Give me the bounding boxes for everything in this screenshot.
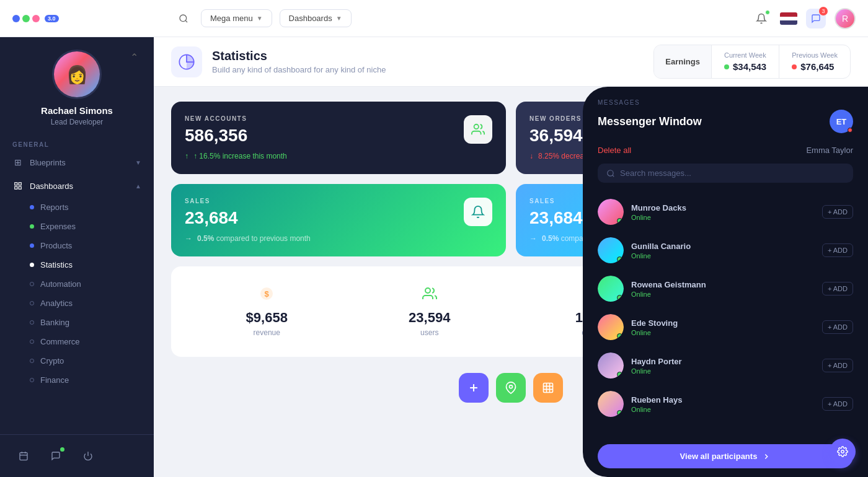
dot-indicator bbox=[30, 224, 34, 229]
delete-all-button[interactable]: Delete all bbox=[598, 146, 631, 155]
stat-value: 23,684 bbox=[529, 208, 583, 228]
svg-point-14 bbox=[425, 288, 430, 293]
stat-label: SALES bbox=[529, 198, 583, 204]
table-button[interactable] bbox=[533, 373, 563, 403]
language-flag[interactable] bbox=[780, 12, 797, 25]
user-avatar-header[interactable]: R bbox=[835, 8, 856, 29]
power-button[interactable] bbox=[77, 445, 99, 467]
header-left: 3.0 Mega menu ▼ Dashboards ▼ bbox=[12, 9, 751, 28]
list-item[interactable]: Ede Stoving Online + ADD bbox=[583, 308, 868, 346]
dot-indicator bbox=[30, 320, 34, 325]
dot-indicator bbox=[30, 339, 34, 344]
chevron-down-icon: ▼ bbox=[336, 15, 342, 22]
svg-rect-24 bbox=[544, 383, 553, 393]
add-contact-button[interactable]: + ADD bbox=[822, 359, 853, 372]
contact-name: Rueben Hays bbox=[631, 395, 815, 405]
contact-info: Munroe Dacks Online bbox=[631, 203, 815, 221]
contact-status: Online bbox=[631, 252, 815, 260]
online-indicator bbox=[617, 333, 622, 339]
sidebar-item-dashboards[interactable]: Dashboards ▲ bbox=[0, 174, 154, 198]
page-subtitle: Build any kind of dashboard for any kind… bbox=[212, 65, 653, 74]
dot-indicator bbox=[30, 263, 34, 267]
dot-indicator bbox=[30, 359, 34, 363]
dashboards-icon bbox=[12, 180, 24, 191]
sidebar-bottom bbox=[0, 434, 154, 477]
notifications-button[interactable] bbox=[751, 9, 771, 28]
messenger-user-avatar[interactable]: ET bbox=[830, 110, 853, 133]
chat-notification-count: 3 bbox=[819, 7, 828, 15]
sidebar-item-statistics[interactable]: Statistics bbox=[0, 255, 154, 274]
location-button[interactable] bbox=[496, 373, 526, 403]
top-header: 3.0 Mega menu ▼ Dashboards ▼ 3 R bbox=[0, 0, 868, 37]
revenue-icon: $ bbox=[259, 286, 274, 305]
sidebar-item-analytics[interactable]: Analytics bbox=[0, 294, 154, 313]
main-layout: 👩 ⌃ Rachael Simons Lead Developer GENERA… bbox=[0, 37, 868, 477]
sidebar-item-blueprints[interactable]: ⊞ Blueprints ▼ bbox=[0, 151, 154, 174]
profile-expand-button[interactable]: ⌃ bbox=[126, 50, 141, 64]
sidebar-item-label: Automation bbox=[40, 279, 81, 289]
messenger-search-area bbox=[583, 160, 868, 190]
search-button[interactable] bbox=[174, 9, 193, 28]
list-item[interactable]: Rowena Geistmann Online + ADD bbox=[583, 269, 868, 308]
stat-change: ↑↑ 16.5% increase this month bbox=[185, 152, 492, 160]
calendar-button[interactable] bbox=[12, 445, 35, 467]
main-content: NEW ACCOUNTS 586,356 ↑↑ 16.5% increase t… bbox=[154, 87, 868, 477]
sidebar-item-finance[interactable]: Finance bbox=[0, 370, 154, 390]
mega-menu-button[interactable]: Mega menu ▼ bbox=[201, 9, 272, 27]
messages-button[interactable] bbox=[45, 445, 67, 467]
add-contact-button[interactable]: + ADD bbox=[822, 320, 853, 334]
page-header: Statistics Build any kind of dashboard f… bbox=[154, 37, 868, 87]
svg-rect-2 bbox=[19, 183, 21, 185]
dashboards-submenu: Reports Expenses Products Statistics Aut… bbox=[0, 198, 154, 390]
contact-status: Online bbox=[631, 291, 815, 298]
messenger-contact-list: Munroe Dacks Online + ADD Gunilla Canari… bbox=[583, 190, 868, 435]
stat-value: 586,356 bbox=[185, 126, 247, 146]
list-item[interactable]: Haydn Porter Online + ADD bbox=[583, 346, 868, 385]
add-button[interactable] bbox=[459, 373, 489, 403]
stat-icon-box bbox=[464, 198, 492, 226]
settings-fab-button[interactable] bbox=[830, 439, 856, 465]
svg-point-0 bbox=[180, 15, 187, 22]
add-contact-button[interactable]: + ADD bbox=[822, 205, 853, 219]
add-contact-button[interactable]: + ADD bbox=[822, 243, 853, 257]
contact-name: Gunilla Canario bbox=[631, 242, 815, 251]
contact-status: Online bbox=[631, 367, 815, 375]
sidebar-item-products[interactable]: Products bbox=[0, 236, 154, 255]
red-dot bbox=[792, 64, 797, 69]
sidebar-item-crypto[interactable]: Crypto bbox=[0, 351, 154, 370]
list-item[interactable]: Gunilla Canario Online + ADD bbox=[583, 231, 868, 269]
messages-search-input[interactable] bbox=[620, 168, 844, 178]
contact-status: Online bbox=[631, 329, 815, 336]
messages-label: MESSAGES bbox=[598, 99, 853, 106]
svg-point-11 bbox=[474, 125, 479, 129]
sidebar-item-expenses[interactable]: Expenses bbox=[0, 217, 154, 236]
contact-info: Rueben Hays Online bbox=[631, 395, 815, 413]
list-item[interactable]: Rueben Hays Online + ADD bbox=[583, 385, 868, 423]
contact-name: Haydn Porter bbox=[631, 357, 815, 366]
app-version: 3.0 bbox=[45, 15, 59, 22]
sidebar-item-automation[interactable]: Automation bbox=[0, 274, 154, 294]
online-indicator bbox=[617, 256, 622, 262]
sidebar-item-reports[interactable]: Reports bbox=[0, 198, 154, 217]
sidebar-item-label: Reports bbox=[40, 203, 69, 212]
add-contact-button[interactable]: + ADD bbox=[822, 397, 853, 411]
sidebar-item-label: Banking bbox=[40, 318, 69, 327]
sidebar-item-commerce[interactable]: Commerce bbox=[0, 332, 154, 351]
current-week-value: $34,543 bbox=[733, 61, 766, 72]
add-contact-button[interactable]: + ADD bbox=[822, 282, 853, 295]
sidebar-item-label: Crypto bbox=[40, 356, 64, 365]
notification-dot bbox=[765, 10, 770, 15]
svg-rect-5 bbox=[20, 453, 27, 460]
sidebar-item-label: Analytics bbox=[40, 299, 73, 308]
previous-week-value: $76,645 bbox=[800, 61, 834, 72]
sidebar-item-banking[interactable]: Banking bbox=[0, 313, 154, 332]
list-item[interactable]: Munroe Dacks Online + ADD bbox=[583, 193, 868, 231]
stat-value: 36,594 bbox=[529, 126, 583, 146]
sidebar-item-label: Products bbox=[40, 241, 72, 250]
sidebar-item-label: Dashboards bbox=[30, 182, 129, 191]
contact-name: Ede Stoving bbox=[631, 318, 815, 328]
svg-rect-4 bbox=[19, 186, 21, 189]
view-all-button[interactable]: View all participants bbox=[598, 444, 853, 468]
dashboards-button[interactable]: Dashboards ▼ bbox=[280, 9, 352, 27]
chat-button[interactable]: 3 bbox=[806, 9, 826, 28]
